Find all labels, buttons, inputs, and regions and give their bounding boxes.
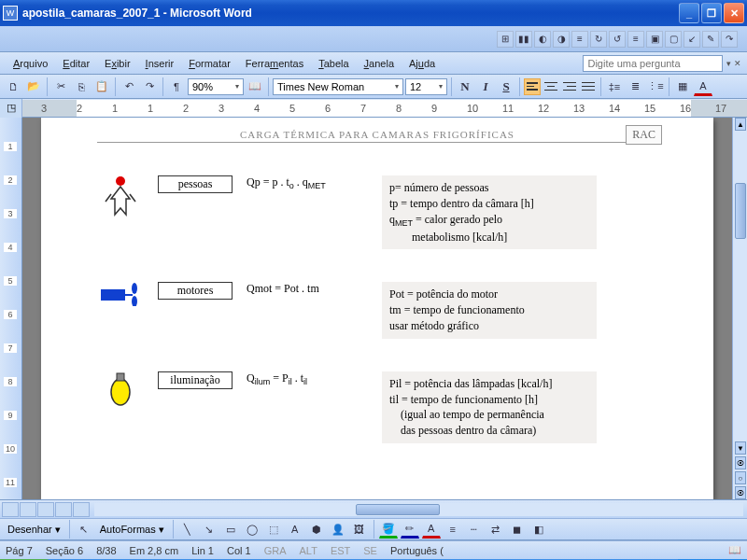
copy-icon[interactable]: ⎘: [72, 77, 91, 96]
undo-icon[interactable]: ↶: [120, 77, 138, 96]
italic-button[interactable]: I: [476, 77, 495, 96]
maximize-button[interactable]: ❐: [701, 3, 722, 23]
menu-ajuda[interactable]: Ajuda: [402, 55, 443, 72]
status-at: Em 2,8 cm: [130, 545, 179, 556]
menu-inserir[interactable]: Inserir: [138, 55, 182, 72]
bold-button[interactable]: N: [456, 77, 474, 96]
border-icon[interactable]: ▦: [673, 77, 692, 96]
horizontal-ruler[interactable]: 3211234567891011121314151617: [22, 100, 747, 117]
status-book-icon[interactable]: 📖: [728, 544, 741, 556]
page-scroll-area[interactable]: CARGA TÉRMICA PARA CAMARAS FRIGORÍFICAS …: [22, 118, 732, 499]
cut-icon[interactable]: ✂: [51, 77, 70, 96]
3d-icon[interactable]: ◧: [529, 520, 548, 539]
horizontal-scrollbar[interactable]: [94, 503, 743, 516]
formula-pessoas: Qp = p . to . qMET: [247, 175, 368, 190]
status-col: Col 1: [227, 545, 251, 556]
linestyle-icon[interactable]: ≡: [444, 520, 462, 539]
menu-arquivo[interactable]: Arquivo: [6, 55, 55, 72]
align-right-button[interactable]: [561, 78, 578, 95]
open-icon[interactable]: 📂: [24, 77, 43, 96]
linecolor-icon[interactable]: ✏: [401, 520, 419, 539]
menu-ferramentas[interactable]: Ferramentas: [238, 55, 311, 72]
wordart-icon[interactable]: A: [286, 520, 304, 539]
tool-icon[interactable]: ◑: [553, 31, 570, 48]
new-doc-icon[interactable]: 🗋: [4, 77, 22, 96]
rect-icon[interactable]: ▭: [221, 520, 240, 539]
menu-editar[interactable]: Editar: [55, 55, 97, 72]
vertical-scrollbar[interactable]: ▲ ▼ ⦿ ○ ⦿: [732, 118, 747, 499]
tool-icon[interactable]: ◐: [534, 31, 551, 48]
tool-icon[interactable]: ↻: [590, 31, 607, 48]
tool-icon[interactable]: ▮▮: [515, 31, 532, 48]
web-view-icon[interactable]: [20, 502, 36, 517]
fontcolor2-icon[interactable]: A: [422, 520, 441, 539]
tool-icon[interactable]: ▢: [665, 31, 682, 48]
menu-exibir[interactable]: Exibir: [97, 55, 138, 72]
vertical-ruler[interactable]: 1234567891011: [0, 118, 22, 499]
close-button[interactable]: ✕: [724, 3, 744, 23]
drawing-toolbar: Desenhar ▾ ↖ AutoFormas ▾ ╲ ↘ ▭ ◯ ⬚ A ⬢ …: [0, 518, 747, 540]
scroll-up-icon[interactable]: ▲: [735, 118, 746, 131]
draw-menu[interactable]: Desenhar ▾: [4, 522, 64, 538]
scroll-down-icon[interactable]: ▼: [735, 441, 746, 455]
formula-motores: Qmot = Pot . tm: [247, 282, 368, 296]
textbox-icon[interactable]: ⬚: [264, 520, 283, 539]
document-page[interactable]: CARGA TÉRMICA PARA CAMARAS FRIGORÍFICAS …: [41, 118, 713, 499]
outline-view-icon[interactable]: [55, 502, 72, 517]
tool-icon[interactable]: ⊞: [497, 31, 514, 48]
linespacing-icon[interactable]: ‡≡: [605, 77, 624, 96]
clipart-icon[interactable]: 👤: [329, 520, 347, 539]
dashstyle-icon[interactable]: ┄: [465, 520, 484, 539]
tool-icon[interactable]: ↷: [721, 31, 738, 48]
arrow-icon[interactable]: ↘: [200, 520, 218, 539]
tool-icon[interactable]: ≡: [571, 31, 588, 48]
select-arrow-icon[interactable]: ↖: [75, 520, 93, 539]
svg-line-2: [130, 194, 135, 202]
line-icon[interactable]: ╲: [178, 520, 197, 539]
editor-area: 1234567891011 CARGA TÉRMICA PARA CAMARAS…: [0, 118, 747, 499]
font-combo[interactable]: Times New Roman▾: [273, 78, 403, 95]
fillcolor-icon[interactable]: 🪣: [379, 520, 398, 539]
formula-iluminacao: Qilum = Pil . til: [247, 371, 368, 386]
align-left-button[interactable]: [524, 78, 541, 95]
print-view-icon[interactable]: [37, 502, 54, 517]
browse-next-icon[interactable]: ⦿: [735, 486, 746, 499]
browse-select-icon[interactable]: ○: [735, 471, 746, 484]
tool-icon[interactable]: ↺: [609, 31, 626, 48]
arrowstyle-icon[interactable]: ⇄: [486, 520, 505, 539]
redo-icon[interactable]: ↷: [140, 77, 159, 96]
status-se: SE: [363, 545, 377, 556]
menu-formatar[interactable]: Formatar: [181, 55, 238, 72]
picture-icon[interactable]: 🖼: [350, 520, 369, 539]
tool-icon[interactable]: ≡: [627, 31, 644, 48]
read-icon[interactable]: 📖: [246, 77, 264, 96]
fontcolor-icon[interactable]: A: [694, 77, 712, 96]
pilcrow-icon[interactable]: ¶: [167, 77, 186, 96]
hscroll-thumb[interactable]: [356, 504, 440, 515]
paste-icon[interactable]: 📋: [92, 77, 111, 96]
reading-view-icon[interactable]: [73, 502, 90, 517]
window-title: apostila_camaras_2007_1 - Microsoft Word: [22, 7, 679, 20]
normal-view-icon[interactable]: [2, 502, 19, 517]
browse-prev-icon[interactable]: ⦿: [735, 456, 746, 469]
zoom-combo[interactable]: 90%▾: [188, 78, 244, 95]
autoshapes-menu[interactable]: AutoFormas ▾: [96, 522, 168, 538]
oval-icon[interactable]: ◯: [243, 520, 261, 539]
tool-icon[interactable]: ▣: [646, 31, 663, 48]
fontsize-combo[interactable]: 12▾: [405, 78, 447, 95]
tool-icon[interactable]: ✎: [702, 31, 719, 48]
align-center-button[interactable]: [543, 78, 559, 95]
tool-icon[interactable]: ↙: [684, 31, 700, 48]
diagram-icon[interactable]: ⬢: [307, 520, 326, 539]
underline-button[interactable]: S: [497, 77, 515, 96]
ask-question-input[interactable]: [583, 55, 723, 72]
minimize-button[interactable]: _: [679, 3, 699, 23]
desc-iluminacao: Pil = potência das lâmpadas [kcal/h]til …: [382, 371, 597, 443]
scroll-thumb[interactable]: [735, 183, 746, 239]
align-justify-button[interactable]: [580, 78, 597, 95]
menu-janela[interactable]: Janela: [357, 55, 402, 72]
numbering-icon[interactable]: ≣: [626, 77, 644, 96]
shadow-icon[interactable]: ◼: [508, 520, 527, 539]
menu-tabela[interactable]: Tabela: [311, 55, 356, 72]
bullets-icon[interactable]: ⋮≡: [646, 77, 665, 96]
